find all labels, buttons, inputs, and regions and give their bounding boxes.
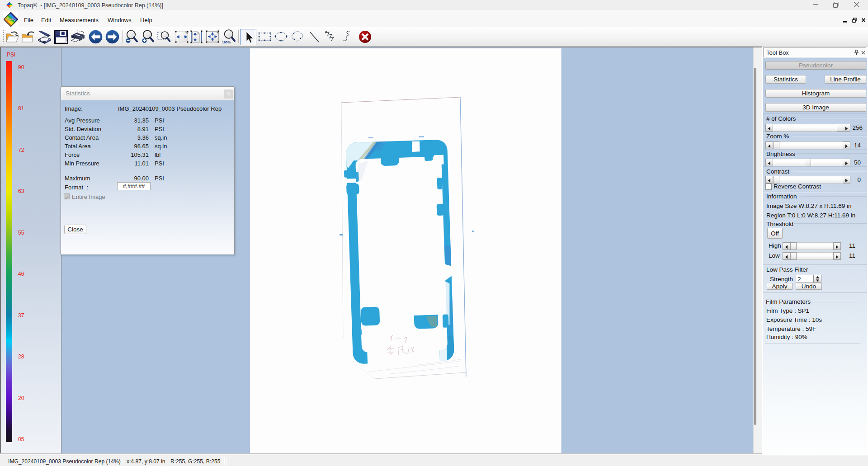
svg-text:100%: 100% — [222, 40, 231, 44]
svg-text:TOPAQ: TOPAQ — [6, 18, 15, 21]
